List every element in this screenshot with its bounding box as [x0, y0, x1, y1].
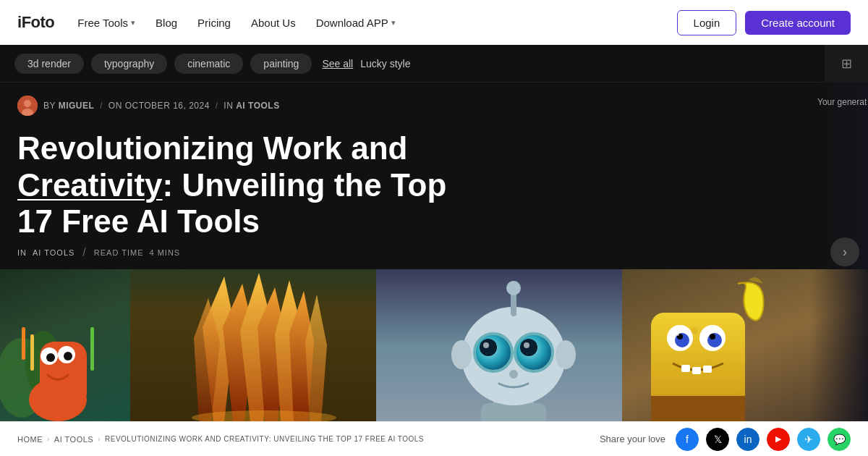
article-category-tag: IN [17, 248, 27, 257]
svg-rect-12 [90, 327, 94, 371]
meta-divider-1: / [100, 101, 106, 111]
filter-cinematic[interactable]: cinematic [174, 54, 243, 74]
filter-painting[interactable]: painting [250, 54, 312, 74]
svg-rect-53 [703, 366, 712, 373]
article-heading-container: Revolutionizing Work and Creativity: Unv… [0, 116, 506, 246]
meta-by: BY [43, 101, 56, 111]
svg-rect-11 [30, 334, 34, 371]
filter-typography[interactable]: typography [91, 54, 167, 74]
meta-row: BY MIGUEL / ON OCTOBER 16, 2024 / IN AI … [0, 83, 868, 116]
image-cell-2 [130, 269, 376, 421]
svg-rect-52 [692, 367, 701, 374]
meta-in: IN [224, 101, 233, 111]
chevron-down-icon: ▾ [131, 18, 135, 28]
meta-on: ON [109, 101, 122, 111]
svg-point-43 [731, 375, 737, 381]
svg-point-9 [46, 353, 55, 362]
nav-free-tools-label: Free Tools [77, 17, 128, 29]
article-title: Revolutionizing Work and Creativity: Unv… [17, 130, 489, 240]
image-cell-1 [0, 269, 130, 421]
chevron-right-icon: › [843, 245, 847, 260]
svg-point-1 [24, 100, 31, 107]
svg-point-34 [483, 342, 489, 348]
breadcrumb-category[interactable]: AI TOOLS [54, 435, 93, 444]
logo[interactable]: iFoto [17, 13, 54, 32]
read-time-label: READ TIME [94, 248, 144, 257]
svg-rect-24 [481, 403, 546, 421]
nav-download-app-label: Download APP [316, 17, 388, 29]
create-account-button[interactable]: Create account [745, 11, 851, 35]
meta-category-val: AI TOOLS [236, 101, 279, 111]
meta-date-val: OCTOBER 16, 2024 [125, 101, 210, 111]
share-facebook-button[interactable]: f [676, 428, 699, 451]
filter-right-panel: ⊞ [825, 45, 868, 83]
breadcrumb-chevron-2: › [98, 435, 101, 443]
filter-lucky-style[interactable]: Lucky style [360, 58, 410, 69]
svg-rect-13 [22, 327, 25, 360]
nav-blog[interactable]: Blog [156, 17, 177, 29]
read-time-row: IN AI TOOLS / READ TIME 4 MINS [0, 246, 868, 269]
nav-free-tools[interactable]: Free Tools ▾ [77, 17, 135, 29]
breadcrumb-bar: HOME › AI TOOLS › REVOLUTIONIZING WORK A… [0, 421, 868, 456]
breadcrumb-home[interactable]: HOME [17, 435, 43, 444]
svg-rect-51 [681, 365, 690, 372]
svg-point-27 [506, 281, 521, 295]
main-nav: Free Tools ▾ Blog Pricing About Us Downl… [77, 17, 653, 29]
svg-point-50 [676, 333, 679, 336]
chevron-down-icon: ▾ [391, 18, 396, 28]
breadcrumb-current: REVOLUTIONIZING WORK AND CREATIVITY: UNV… [105, 435, 424, 443]
avatar [17, 96, 38, 116]
image-cell-3 [376, 269, 622, 421]
breadcrumb: HOME › AI TOOLS › REVOLUTIONIZING WORK A… [17, 435, 424, 444]
meta-divider-2: / [216, 101, 221, 111]
filter-3d-render[interactable]: 3d render [14, 54, 84, 74]
nav-pricing-label: Pricing [197, 17, 231, 29]
image-strip [0, 269, 868, 421]
nav-about-us-label: About Us [251, 17, 296, 29]
generator-hint-text: Your generat [817, 97, 867, 107]
svg-point-28 [451, 340, 472, 369]
svg-point-36 [509, 370, 518, 379]
share-youtube-button[interactable]: ▶ [767, 428, 790, 451]
svg-point-33 [520, 339, 537, 356]
share-telegram-button[interactable]: ✈ [797, 428, 820, 451]
svg-point-35 [524, 342, 529, 348]
svg-rect-54 [651, 396, 745, 421]
svg-point-10 [64, 352, 72, 360]
nav-blog-label: Blog [156, 17, 177, 29]
breadcrumb-chevron-1: › [47, 435, 50, 443]
logo-suffix: Foto [22, 13, 55, 31]
meta-text: BY MIGUEL / ON OCTOBER 16, 2024 / IN AI … [43, 101, 280, 111]
share-x-button[interactable]: 𝕏 [706, 428, 729, 451]
slash-divider: / [82, 246, 85, 259]
svg-point-49 [710, 334, 715, 339]
header: iFoto Free Tools ▾ Blog Pricing About Us… [0, 0, 868, 45]
nav-about-us[interactable]: About Us [251, 17, 296, 29]
svg-point-32 [480, 339, 497, 356]
svg-point-29 [556, 340, 576, 369]
share-whatsapp-button[interactable]: 💬 [827, 428, 851, 451]
article-category-val: AI TOOLS [33, 248, 75, 257]
scroll-right-button[interactable]: › [830, 237, 859, 266]
read-time-value: 4 MINS [150, 248, 181, 257]
login-button[interactable]: Login [677, 10, 737, 35]
filter-see-all[interactable]: See all [322, 58, 353, 69]
nav-pricing[interactable]: Pricing [197, 17, 231, 29]
main-content-area: BY MIGUEL / ON OCTOBER 16, 2024 / IN AI … [0, 83, 868, 421]
nav-download-app[interactable]: Download APP ▾ [316, 17, 396, 29]
share-linkedin-button[interactable]: in [736, 428, 760, 451]
share-label: Share your love [600, 434, 665, 444]
grid-icon: ⊞ [841, 56, 852, 72]
header-actions: Login Create account [677, 10, 851, 35]
filter-bar: 3d render typography cinematic painting … [0, 45, 868, 83]
meta-author-name: MIGUEL [59, 101, 95, 111]
share-area: Share your love f 𝕏 in ▶ ✈ 💬 [600, 428, 851, 451]
